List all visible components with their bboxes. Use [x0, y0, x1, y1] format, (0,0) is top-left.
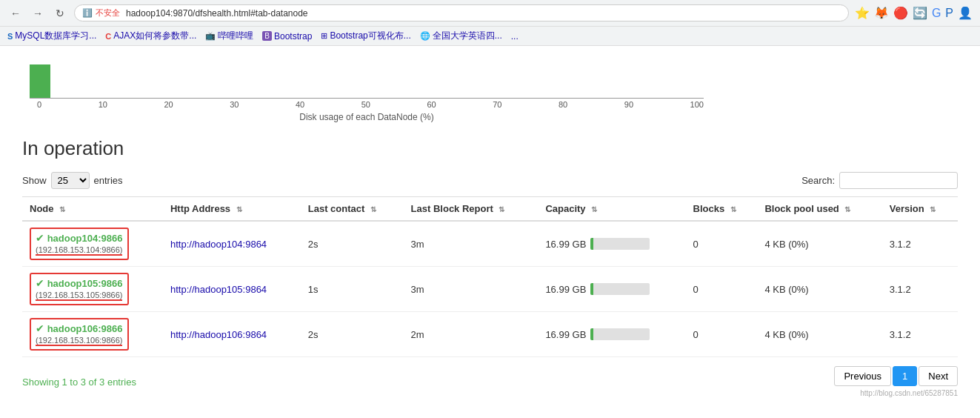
show-entries-control: Show 25 50 100 entries	[22, 172, 123, 189]
controls-row: Show 25 50 100 entries Search:	[22, 172, 958, 189]
search-box: Search:	[801, 172, 958, 189]
bookmark-bootstrap-visual[interactable]: ⊞ Bootstrap可视化布...	[321, 30, 410, 42]
chart-bar	[30, 64, 50, 98]
bookmark-mysql[interactable]: S MySQL数据库学习...	[7, 30, 96, 42]
cell-version-1: 3.1.2	[882, 267, 958, 312]
cell-blockreport-1: 3m	[404, 267, 539, 312]
col-version[interactable]: Version ⇅	[882, 197, 958, 222]
cell-capacity-2: 16.99 GB	[538, 312, 685, 357]
axis-label-0: 0	[37, 100, 41, 109]
table-header-row: Node ⇅ Http Address ⇅ Last contact ⇅ Las…	[22, 197, 958, 222]
bookmark-bilibili[interactable]: 📺 哔哩哔哩	[205, 30, 253, 42]
browser-bar: ← → ↻ ℹ️ 不安全 hadoop104:9870/dfshealth.ht…	[0, 0, 980, 27]
cell-version-2: 3.1.2	[882, 312, 958, 357]
check-icon-1: ✔	[36, 277, 44, 289]
cell-node-2: ✔ hadoop106:9866 (192.168.153.106:9866)	[22, 312, 163, 357]
next-button[interactable]: Next	[919, 366, 958, 386]
entries-select[interactable]: 25 50 100	[51, 172, 90, 189]
sort-icon-version: ⇅	[930, 205, 936, 213]
security-icon: ℹ️	[82, 8, 93, 18]
back-button[interactable]: ←	[7, 5, 24, 21]
http-link-1[interactable]: http://hadoop105:9864	[170, 284, 267, 295]
cell-contact-1: 1s	[301, 267, 404, 312]
sort-icon-blocks: ⇅	[730, 205, 736, 213]
axis-label-90: 90	[624, 100, 633, 109]
cell-contact-0: 2s	[301, 221, 404, 267]
axis-label-30: 30	[230, 100, 239, 109]
datanode-table: Node ⇅ Http Address ⇅ Last contact ⇅ Las…	[22, 196, 958, 357]
axis-label-100: 100	[690, 100, 704, 109]
chart-area: 0 10 20 30 40 50 60 70 80 90 100 Disk us…	[22, 53, 958, 122]
cell-node-0: ✔ hadoop104:9866 (192.168.153.104:9866)	[22, 221, 163, 267]
node-name-1: ✔ hadoop105:9866	[36, 277, 123, 289]
cell-node-1: ✔ hadoop105:9866 (192.168.153.105:9866)	[22, 267, 163, 312]
capacity-bar-bg-2	[590, 328, 650, 340]
page-content: 0 10 20 30 40 50 60 70 80 90 100 Disk us…	[0, 46, 980, 412]
capacity-bar-fill-2	[590, 328, 593, 340]
cell-blockpool-2: 4 KB (0%)	[757, 312, 881, 357]
capacity-bar-fill-1	[590, 283, 593, 295]
chart-title: Disk usage of each DataNode (%)	[30, 112, 696, 122]
bookmark-bootstrap[interactable]: B Bootstrap	[262, 30, 312, 42]
axis-label-40: 40	[296, 100, 304, 109]
col-node[interactable]: Node ⇅	[22, 197, 163, 222]
cell-blockpool-1: 4 KB (0%)	[757, 267, 881, 312]
node-name-2: ✔ hadoop106:9866	[36, 322, 123, 334]
cell-blocks-1: 0	[686, 267, 758, 312]
search-input[interactable]	[839, 172, 958, 189]
node-cell-0: ✔ hadoop104:9866 (192.168.153.104:9866)	[30, 228, 129, 260]
node-hostname-0: hadoop104:9866	[47, 233, 123, 244]
show-label: Show	[22, 175, 47, 186]
bookmark-english[interactable]: 🌐 全国大学英语四...	[420, 30, 502, 42]
node-ip-wrapper-2: (192.168.153.106:9866)	[36, 334, 123, 346]
pagination-area: Showing 1 to 3 of 3 entries Previous 1 N…	[22, 366, 958, 397]
capacity-value-1: 16.99 GB	[545, 284, 586, 295]
check-icon-0: ✔	[36, 232, 44, 244]
capacity-bar-wrapper-2: 16.99 GB	[545, 328, 678, 340]
cell-blockpool-0: 4 KB (0%)	[757, 221, 881, 267]
table-row: ✔ hadoop106:9866 (192.168.153.106:9866) …	[22, 312, 958, 357]
col-last-block[interactable]: Last Block Report ⇅	[404, 197, 539, 222]
node-ip-0: (192.168.153.104:9866)	[36, 245, 122, 256]
browser-icons: ⭐ 🦊 🔴 🔄 G P 👤	[855, 6, 973, 20]
http-link-2[interactable]: http://hadoop106:9864	[170, 329, 267, 340]
sort-icon-blockpool: ⇅	[844, 205, 850, 213]
pagination-buttons: Previous 1 Next	[834, 366, 958, 386]
page-1-button[interactable]: 1	[893, 366, 917, 386]
cell-http-0: http://hadoop104:9864	[163, 221, 301, 267]
col-blocks[interactable]: Blocks ⇅	[686, 197, 758, 222]
axis-label-50: 50	[361, 100, 370, 109]
forward-button[interactable]: →	[30, 5, 46, 21]
node-hostname-2: hadoop106:9866	[47, 323, 123, 334]
sort-icon-node: ⇅	[59, 205, 65, 213]
col-http[interactable]: Http Address ⇅	[163, 197, 301, 222]
bookmark-more[interactable]: ...	[511, 30, 519, 42]
axis-label-10: 10	[99, 100, 107, 109]
col-blockpool[interactable]: Block pool used ⇅	[757, 197, 881, 222]
reload-button[interactable]: ↻	[52, 5, 68, 21]
cell-contact-2: 2s	[301, 312, 404, 357]
axis-label-70: 70	[493, 100, 501, 109]
axis-labels: 0 10 20 30 40 50 60 70 80 90 100	[37, 99, 704, 109]
security-label: 不安全	[96, 7, 120, 19]
bookmark-ajax[interactable]: C AJAX如何将参数带...	[105, 30, 196, 42]
sort-icon-block: ⇅	[499, 205, 504, 213]
col-last-contact[interactable]: Last contact ⇅	[301, 197, 404, 222]
entries-label: entries	[94, 175, 123, 186]
sort-icon-contact: ⇅	[370, 205, 376, 213]
node-ip-2: (192.168.153.106:9866)	[36, 336, 122, 346]
chart-bar-container	[22, 53, 958, 98]
capacity-bar-bg-0	[590, 238, 650, 250]
capacity-value-2: 16.99 GB	[545, 329, 586, 340]
col-capacity[interactable]: Capacity ⇅	[538, 197, 685, 222]
chart-axis: 0 10 20 30 40 50 60 70 80 90 100	[30, 98, 704, 109]
node-cell-1: ✔ hadoop105:9866 (192.168.153.105:9866)	[30, 273, 129, 305]
check-icon-2: ✔	[36, 322, 44, 334]
http-link-0[interactable]: http://hadoop104:9864	[170, 239, 267, 250]
node-cell-2: ✔ hadoop106:9866 (192.168.153.106:9866)	[30, 318, 129, 351]
node-ip-wrapper-1: (192.168.153.105:9866)	[36, 289, 123, 301]
cell-blocks-0: 0	[686, 221, 758, 267]
previous-button[interactable]: Previous	[834, 366, 891, 386]
cell-blockreport-0: 3m	[404, 221, 539, 267]
node-hostname-1: hadoop105:9866	[47, 278, 123, 289]
